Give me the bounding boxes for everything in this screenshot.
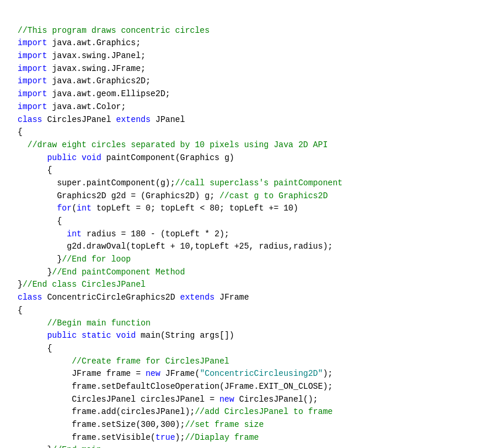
code-line: frame.setDefaultCloseOperation(JFrame.EX… [18, 381, 486, 393]
code-line: frame.setSize(300,300);//set frame size [18, 419, 486, 432]
code-line: }//End class CirclesJPanel [18, 279, 486, 291]
text-token [77, 331, 81, 340]
code-line: //draw eight circles separated by 10 pix… [18, 139, 486, 152]
text-token: frame.setVisible( [18, 433, 155, 442]
comment-token: //set frame size [185, 420, 264, 429]
comment-token: //Begin main function [47, 318, 150, 328]
text-token [18, 357, 71, 366]
text-token: JFrame [214, 293, 249, 302]
keyword-token: new [145, 369, 160, 378]
code-line: frame.add(circlesJPanel);//add CirclesJP… [18, 406, 486, 419]
keyword-token: extends [116, 115, 151, 124]
code-line: }//End for loop [18, 253, 486, 266]
text-token: CirclesJPanel [42, 115, 116, 124]
text-token: { [18, 127, 22, 137]
code-line: import java.awt.geom.Ellipse2D; [18, 88, 486, 101]
keyword-token: int [62, 229, 82, 239]
keyword-token: class [18, 115, 42, 124]
text-token: JPanel [151, 115, 185, 124]
code-line: { [18, 164, 486, 177]
text-token: ConcentricCircleGraphics2D [42, 293, 180, 302]
keyword-token: public [47, 153, 76, 162]
keyword-token: import [18, 38, 47, 47]
text-token: { [18, 306, 22, 315]
code-line: { [18, 126, 486, 139]
text-token: main(String args[]) [136, 331, 234, 340]
text-token: javax.swing.JPanel; [47, 51, 145, 60]
keyword-token: import [18, 102, 47, 111]
code-line: { [18, 304, 486, 317]
text-token: paintComponent(Graphics g) [101, 153, 234, 162]
text-token [77, 153, 81, 162]
code-line: import java.awt.Graphics; [18, 37, 486, 50]
comment-token: //Create frame for CirclesJPanel [71, 357, 229, 366]
text-token: g2d.drawOval(topLeft + 10,topLeft +25, r… [18, 242, 333, 251]
keyword-token: import [18, 76, 47, 86]
text-token: java.awt.Graphics; [47, 38, 141, 47]
text-token: java.awt.geom.Ellipse2D; [47, 89, 170, 99]
text-token: frame.setSize(300,300); [18, 420, 185, 429]
text-token: java.awt.Color; [47, 102, 125, 111]
code-line: import javax.swing.JPanel; [18, 50, 486, 63]
code-line: class ConcentricCircleGraphics2D extends… [18, 291, 486, 304]
text-token: { [18, 216, 62, 226]
code-line: class CirclesJPanel extends JPanel [18, 114, 486, 127]
text-token [18, 331, 47, 340]
text-token: } [18, 445, 52, 448]
code-line: //Begin main function [18, 317, 486, 330]
code-line: Graphics2D g2d = (Graphics2D) g; //cast … [18, 190, 486, 203]
code-line: }//End main [18, 444, 486, 448]
code-line: import java.awt.Graphics2D; [18, 75, 486, 88]
keyword-token: class [18, 293, 42, 302]
comment-token: //End class CirclesJPanel [22, 280, 145, 289]
code-line: CirclesJPanel circlesJPanel = new Circle… [18, 393, 486, 406]
text-token: CirclesJPanel circlesJPanel = [18, 395, 219, 404]
comment-token: //End for loop [62, 254, 131, 264]
text-token [18, 178, 52, 188]
keyword-token: true [155, 433, 175, 442]
text-token: ( [71, 203, 76, 213]
comment-token: //add CirclesJPanel to frame [195, 407, 332, 416]
keyword-token: new [219, 395, 234, 404]
text-token: Graphics2D g2d = (Graphics2D) g; [18, 191, 219, 201]
text-token: { [18, 165, 52, 175]
text-token [18, 229, 62, 239]
text-token: super.paintComponent(g); [52, 178, 175, 188]
text-token: ); [175, 433, 185, 442]
code-line: import javax.swing.JFrame; [18, 63, 486, 76]
keyword-token: int [77, 203, 91, 213]
text-token [18, 153, 47, 162]
comment-token: //call superclass's paintComponent [175, 178, 343, 188]
code-line: public static void main(String args[]) [18, 330, 486, 342]
text-token: java.awt.Graphics2D; [47, 76, 150, 86]
code-line: import java.awt.Color; [18, 101, 486, 114]
keyword-token: void [81, 153, 101, 162]
comment-token: //draw eight circles separated by 10 pix… [28, 140, 328, 150]
comment-token: //Diaplay frame [185, 433, 259, 442]
code-line: //Create frame for CirclesJPanel [18, 355, 486, 368]
code-line: g2d.drawOval(topLeft + 10,topLeft +25, r… [18, 240, 486, 253]
code-line: }//End paintComponent Method [18, 266, 486, 279]
text-token: topLeft = 0; topLeft < 80; topLeft += 10… [91, 203, 298, 213]
code-line: //This program draws concentric circles [18, 25, 486, 38]
keyword-token: extends [180, 293, 214, 302]
keyword-token: public [47, 331, 76, 340]
text-token: } [18, 254, 62, 264]
code-line: int radius = 180 - (topLeft * 2); [18, 228, 486, 241]
keyword-token: static [81, 331, 111, 340]
keyword-token: import [18, 89, 47, 99]
text-token: JFrame( [161, 369, 200, 378]
code-line: { [18, 215, 486, 228]
text-token: { [18, 344, 52, 353]
text-token [111, 331, 116, 340]
text-token: JFrame frame = [18, 369, 145, 378]
text-token: CirclesJPanel(); [234, 395, 318, 404]
text-token: ); [323, 369, 333, 378]
keyword-token: void [116, 331, 136, 340]
code-line: for(int topLeft = 0; topLeft < 80; topLe… [18, 202, 486, 215]
code-line: super.paintComponent(g);//call superclas… [18, 177, 486, 190]
code-line: frame.setVisible(true);//Diaplay frame [18, 432, 486, 444]
code-line: JFrame frame = new JFrame("ConcentricCir… [18, 368, 486, 381]
text-token: radius = 180 - (topLeft * 2); [81, 229, 229, 239]
comment-token: //End paintComponent Method [52, 267, 185, 277]
